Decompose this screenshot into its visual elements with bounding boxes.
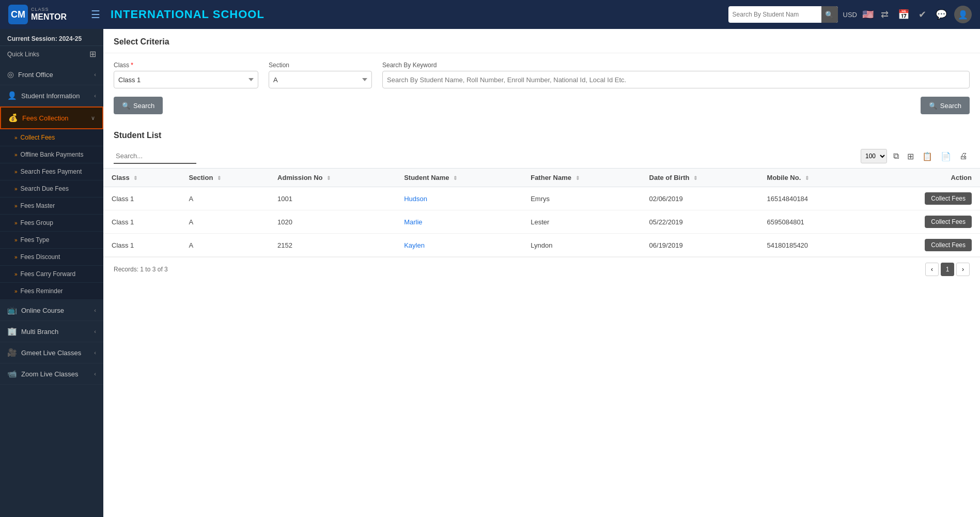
excel-tool-button[interactable]: ⊞ [905, 150, 916, 162]
quick-links-icon[interactable]: ⊞ [89, 49, 96, 59]
fees-group-label: Fees Group [21, 219, 53, 226]
th-mobile[interactable]: Mobile No. ⇕ [759, 169, 865, 187]
hamburger-button[interactable]: ☰ [87, 6, 104, 23]
sidebar-item-front-office[interactable]: ◎ Front Office ‹ [0, 64, 103, 85]
fees-collection-label: Fees Collection [22, 114, 69, 122]
sidebar-subitem-search-fees-payment[interactable]: » Search Fees Payment [0, 163, 103, 180]
table-row: Class 1 A 1020 Marlie Lester 05/22/2019 … [103, 210, 980, 234]
sidebar-item-zoom-live-classes[interactable]: 📹 Zoom Live Classes ‹ [0, 363, 103, 385]
cell-mobile-1: 6595084801 [759, 210, 865, 234]
print-tool-button[interactable]: 🖨 [957, 150, 970, 162]
global-search-button[interactable]: 🔍 [821, 6, 838, 23]
logo-cm-text: CM [11, 9, 25, 20]
settings-icon-button[interactable]: ⇄ [879, 7, 891, 22]
student-name-link-0[interactable]: Hudson [404, 195, 427, 203]
cell-section-1: A [180, 210, 269, 234]
sidebar-subitem-fees-reminder[interactable]: » Fees Reminder [0, 283, 103, 300]
whatsapp-icon-button[interactable]: 💬 [934, 7, 949, 22]
cell-action-0: Collect Fees [865, 187, 980, 210]
search-button-left[interactable]: 🔍 Search [114, 97, 163, 114]
per-page-select[interactable]: 100 50 25 [861, 149, 887, 163]
th-dob[interactable]: Date of Birth ⇕ [641, 169, 759, 187]
page-1-button[interactable]: 1 [941, 263, 954, 276]
navbar-right: 🔍 USD 🇺🇸 ⇄ 📅 ✔ 💬 👤 [728, 6, 972, 23]
records-label: Records: 1 to 3 of 3 [114, 266, 168, 273]
sidebar-subitem-fees-type[interactable]: » Fees Type [0, 232, 103, 249]
class-select[interactable]: Class 1 Class 2 Class 3 Class 4 Class 5 [114, 71, 258, 88]
sidebar-subitem-fees-discount[interactable]: » Fees Discount [0, 249, 103, 266]
next-page-button[interactable]: › [956, 263, 970, 276]
school-title: INTERNATIONAL SCHOOL [111, 8, 722, 21]
navbar: CM CLASS MENTOR ☰ INTERNATIONAL SCHOOL 🔍… [0, 0, 980, 29]
search-right-label: Search [940, 102, 961, 110]
cell-father-name-0: Emrys [522, 187, 641, 210]
student-name-link-1[interactable]: Marlie [404, 218, 422, 226]
calendar-icon-button[interactable]: 📅 [896, 7, 911, 22]
cell-class-2: Class 1 [103, 234, 180, 257]
cell-student-name-0[interactable]: Hudson [396, 187, 522, 210]
cell-action-1: Collect Fees [865, 210, 980, 234]
section-select[interactable]: A B C [269, 71, 372, 88]
sidebar-subitem-offline-bank-payments[interactable]: » Offline Bank Payments [0, 146, 103, 163]
sidebar-item-student-information[interactable]: 👤 Student Information ‹ [0, 85, 103, 107]
sidebar-subitem-collect-fees[interactable]: » Collect Fees [0, 129, 103, 146]
front-office-icon: ◎ [7, 70, 14, 79]
cell-dob-1: 05/22/2019 [641, 210, 759, 234]
keyword-form-group: Search By Keyword [382, 62, 970, 88]
fees-collection-chevron: ∨ [91, 115, 95, 121]
name-sort-icon: ⇕ [453, 175, 457, 181]
hamburger-icon: ☰ [91, 9, 100, 20]
avatar-button[interactable]: 👤 [954, 6, 972, 23]
student-name-link-2[interactable]: Kaylen [404, 241, 425, 249]
fees-type-arrow: » [14, 237, 18, 243]
collect-fees-button-2[interactable]: Collect Fees [925, 239, 972, 251]
logo-class-text: CLASS [31, 7, 67, 12]
sidebar-item-multi-branch[interactable]: 🏢 Multi Branch ‹ [0, 321, 103, 342]
section-form-group: Section A B C [269, 62, 372, 88]
sidebar-subitem-fees-carry-forward[interactable]: » Fees Carry Forward [0, 266, 103, 283]
flag-icon: 🇺🇸 [862, 9, 874, 20]
cell-student-name-2[interactable]: Kaylen [396, 234, 522, 257]
th-student-name[interactable]: Student Name ⇕ [396, 169, 522, 187]
keyword-input[interactable] [382, 71, 970, 88]
prev-page-button[interactable]: ‹ [925, 263, 939, 276]
session-label: Current Session: 2024-25 [7, 35, 96, 42]
pagination: ‹ 1 › [925, 263, 970, 276]
pdf-tool-button[interactable]: 📄 [939, 150, 953, 162]
currency-badge: USD [843, 11, 857, 19]
collect-fees-button-1[interactable]: Collect Fees [925, 216, 972, 228]
section-label: Section [269, 62, 372, 69]
th-admission-no[interactable]: Admission No ⇕ [269, 169, 396, 187]
copy-tool-button[interactable]: ⧉ [891, 150, 901, 162]
checkmark-icon-button[interactable]: ✔ [916, 7, 928, 22]
sidebar-item-online-course[interactable]: 📺 Online Course ‹ [0, 300, 103, 321]
sidebar-item-fees-collection[interactable]: 💰 Fees Collection ∨ [0, 107, 103, 129]
cell-student-name-1[interactable]: Marlie [396, 210, 522, 234]
offline-bank-label: Offline Bank Payments [21, 151, 84, 158]
sidebar-subitem-fees-group[interactable]: » Fees Group [0, 215, 103, 232]
cell-mobile-2: 54180185420 [759, 234, 865, 257]
student-table-body: Class 1 A 1001 Hudson Emrys 02/06/2019 1… [103, 187, 980, 257]
logo-mentor-text: MENTOR [31, 12, 67, 22]
mobile-sort-icon: ⇕ [805, 175, 809, 181]
th-class[interactable]: Class ⇕ [103, 169, 180, 187]
th-father-name[interactable]: Father Name ⇕ [522, 169, 641, 187]
sidebar-subitem-search-due-fees[interactable]: » Search Due Fees [0, 180, 103, 197]
cell-father-name-1: Lester [522, 210, 641, 234]
offline-bank-arrow: » [14, 152, 18, 158]
online-course-icon: 📺 [7, 306, 17, 315]
collect-fees-button-0[interactable]: Collect Fees [925, 192, 972, 205]
sidebar: Current Session: 2024-25 Quick Links ⊞ ◎… [0, 29, 103, 517]
th-section[interactable]: Section ⇕ [180, 169, 269, 187]
fees-discount-arrow: » [14, 254, 18, 260]
fees-carry-forward-label: Fees Carry Forward [21, 270, 76, 278]
quick-links-row: Quick Links ⊞ [0, 46, 103, 64]
fees-reminder-label: Fees Reminder [21, 287, 63, 295]
search-button-right[interactable]: 🔍 Search [921, 97, 970, 114]
csv-tool-button[interactable]: 📋 [920, 150, 935, 162]
table-search-input[interactable] [114, 148, 196, 164]
fees-master-label: Fees Master [21, 202, 55, 209]
sidebar-subitem-fees-master[interactable]: » Fees Master [0, 197, 103, 215]
sidebar-item-gmeet-live-classes[interactable]: 🎥 Gmeet Live Classes ‹ [0, 342, 103, 363]
global-search-input[interactable] [728, 11, 821, 18]
